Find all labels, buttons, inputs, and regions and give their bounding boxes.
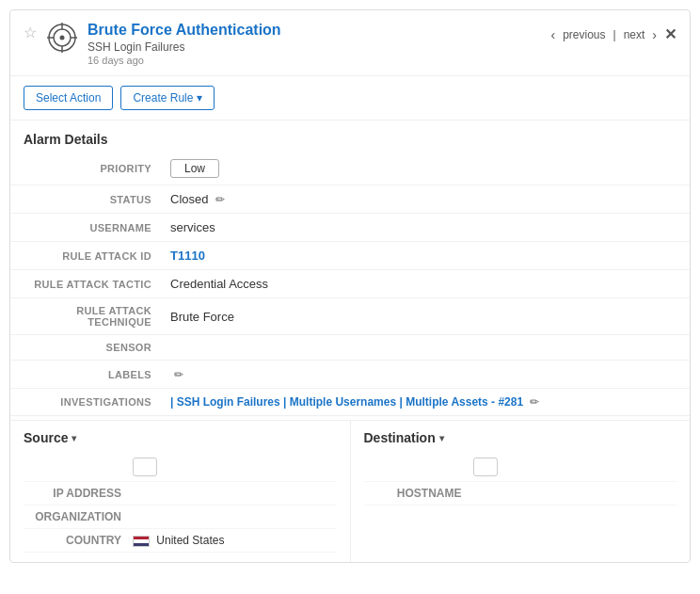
action-bar: Select Action Create Rule ▾ [10, 76, 690, 120]
destination-dropdown-arrow-icon[interactable]: ▾ [439, 433, 444, 443]
header-nav: ‹ previous | next › ✕ [550, 25, 676, 43]
create-rule-arrow-icon: ▾ [197, 91, 202, 104]
source-dest-row: Source ▾ IP ADDRESS O [10, 420, 690, 562]
status-edit-icon[interactable]: ✏ [215, 193, 225, 206]
investigations-row: INVESTIGATIONS | SSH Login Failures | Mu… [10, 389, 690, 416]
source-country-text: United States [156, 534, 224, 547]
star-icon[interactable]: ☆ [24, 24, 37, 41]
labels-row: LABELS ✏ [10, 361, 690, 389]
svg-point-2 [60, 36, 65, 40]
create-rule-label: Create Rule [133, 91, 193, 104]
investigations-label: INVESTIGATIONS [10, 389, 161, 416]
source-country-row: COUNTRY United States [24, 529, 337, 553]
create-rule-button[interactable]: Create Rule ▾ [120, 86, 215, 110]
source-title: Source [24, 430, 68, 445]
destination-title: Destination [364, 430, 436, 445]
destination-select-row [364, 453, 677, 482]
investigation-usernames-link[interactable]: | Multiple Usernames [283, 395, 396, 409]
labels-value: ✏ [161, 361, 690, 389]
rule-attack-id-row: RULE ATTACK ID T1110 [10, 242, 690, 270]
source-sub-table: IP ADDRESS ORGANIZATION COUNTRY United S… [24, 453, 337, 553]
rule-attack-technique-value: Brute Force [161, 298, 690, 335]
destination-hostname-row: HOSTNAME [364, 482, 677, 506]
destination-header[interactable]: Destination ▾ [364, 430, 677, 445]
previous-arrow-icon[interactable]: ‹ [550, 27, 555, 42]
destination-hostname-value [468, 482, 677, 506]
status-label: STATUS [10, 185, 161, 214]
rule-attack-tactic-value: Credential Access [161, 270, 690, 298]
alarm-header: ☆ Brute Force Authentication SSH Login F… [10, 10, 690, 76]
username-label: USERNAME [10, 214, 161, 242]
source-country-label: COUNTRY [24, 529, 127, 553]
source-dropdown-arrow-icon[interactable]: ▾ [72, 433, 76, 443]
sensor-label: SENSOR [10, 335, 161, 361]
priority-row: PRIORITY Low [10, 153, 690, 185]
source-ip-label: IP ADDRESS [24, 482, 127, 506]
next-link[interactable]: next [624, 28, 645, 41]
source-org-row: ORGANIZATION [24, 506, 337, 529]
header-left: ☆ Brute Force Authentication SSH Login F… [24, 22, 281, 66]
rule-attack-id-link[interactable]: T1110 [170, 249, 205, 263]
username-row: USERNAME services [10, 214, 690, 242]
labels-label: LABELS [10, 361, 161, 389]
source-dropdown-select[interactable] [133, 458, 157, 476]
investigations-value: | SSH Login Failures | Multiple Username… [161, 389, 690, 416]
investigations-edit-icon[interactable]: ✏ [530, 395, 539, 409]
alarm-time: 16 days ago [88, 55, 281, 66]
target-icon [46, 22, 78, 54]
sensor-value [161, 335, 690, 361]
source-select-row [24, 453, 337, 482]
destination-dropdown-select[interactable] [473, 458, 498, 476]
alarm-subtitle: SSH Login Failures [88, 40, 281, 54]
destination-sub-table: HOSTNAME [364, 453, 677, 506]
status-row: STATUS Closed ✏ [10, 185, 690, 214]
rule-attack-id-value: T1110 [161, 242, 690, 270]
previous-link[interactable]: previous [563, 28, 605, 41]
status-text: Closed [170, 192, 208, 206]
priority-value: Low [161, 153, 690, 185]
investigation-ssh-link[interactable]: | SSH Login Failures [170, 395, 280, 409]
header-title: Brute Force Authentication SSH Login Fai… [88, 22, 281, 66]
source-ip-value [127, 482, 337, 506]
destination-panel: Destination ▾ HOSTNAME [351, 421, 691, 562]
rule-attack-technique-row: RULE ATTACK TECHNIQUE Brute Force [10, 298, 690, 335]
next-arrow-icon[interactable]: › [652, 27, 657, 42]
us-flag-icon [133, 536, 150, 547]
source-org-value [127, 506, 337, 529]
rule-attack-tactic-row: RULE ATTACK TACTIC Credential Access [10, 270, 690, 298]
close-button[interactable]: ✕ [664, 25, 676, 43]
destination-hostname-label: HOSTNAME [364, 482, 468, 506]
investigation-assets-link[interactable]: | Multiple Assets - #281 [399, 395, 523, 409]
source-org-label: ORGANIZATION [24, 506, 127, 529]
source-panel: Source ▾ IP ADDRESS O [10, 421, 351, 562]
labels-edit-icon[interactable]: ✏ [174, 368, 183, 381]
select-action-button[interactable]: Select Action [24, 86, 113, 110]
rule-attack-tactic-label: RULE ATTACK TACTIC [10, 270, 161, 298]
priority-label: PRIORITY [10, 153, 161, 185]
source-country-value: United States [127, 529, 337, 553]
nav-separator: | [613, 28, 616, 41]
source-header[interactable]: Source ▾ [24, 430, 337, 445]
priority-badge: Low [170, 159, 219, 178]
rule-attack-id-label: RULE ATTACK ID [10, 242, 161, 270]
sensor-row: SENSOR [10, 335, 690, 361]
source-ip-row: IP ADDRESS [24, 482, 337, 506]
alarm-details-table: PRIORITY Low STATUS Closed ✏ USERNAME se… [10, 153, 690, 416]
status-value: Closed ✏ [161, 185, 690, 214]
rule-attack-technique-label: RULE ATTACK TECHNIQUE [10, 298, 161, 335]
username-value: services [161, 214, 690, 242]
section-title: Alarm Details [10, 120, 690, 153]
alarm-title: Brute Force Authentication [88, 22, 281, 39]
